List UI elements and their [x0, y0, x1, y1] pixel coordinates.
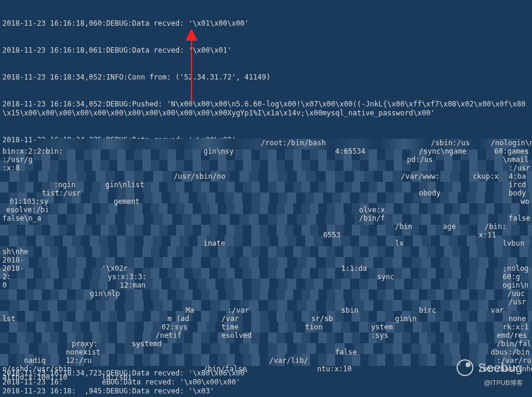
text-fragment: dbus:/bin: [491, 348, 530, 357]
text-fragment: systemd: [132, 340, 162, 349]
text-fragment: esolved: [221, 331, 252, 340]
text-fragment: :/usr: [509, 164, 530, 173]
text-fragment: ;nolog: [503, 264, 528, 273]
text-fragment: /bin: [395, 222, 412, 231]
bottom-log-lines: 2018-11-23 16: eBUG:Data recved: '\x00\x…: [2, 378, 240, 396]
text-fragment: gement: [114, 197, 139, 206]
text-fragment: nonexist: [66, 348, 101, 357]
text-fragment: 12:man: [120, 281, 145, 290]
text-fragment: false: [335, 348, 357, 357]
text-fragment: /uuc: [507, 289, 525, 298]
text-fragment: birc: [419, 306, 436, 315]
text-fragment: m (ad: [168, 314, 189, 323]
log-line: 2018-11-23 16:16:18,060:DEBUG:Data recve…: [2, 19, 530, 28]
text-fragment: ystem: [371, 323, 393, 332]
text-fragment: /sync\ngame: [419, 147, 466, 156]
text-fragment: ckup:x: [473, 172, 498, 181]
text-fragment: wo: [521, 197, 529, 206]
text-fragment: /usr/sbin/no: [174, 172, 226, 181]
text-fragment: obody: [419, 189, 440, 198]
text-fragment: /root:/bin/bash: [261, 139, 326, 148]
log-line: 2018-11-23 16:18:34,052:INFO:Conn from: …: [2, 73, 530, 82]
text-fragment: x:11: [479, 231, 496, 240]
text-fragment: /bin/f: [359, 214, 385, 223]
text-fragment: 60:g: [503, 273, 520, 282]
text-fragment: 2018-: [2, 256, 24, 265]
text-fragment: 2:: [2, 273, 11, 282]
log-line: 2018-11-23 16:16:18,061:DEBUG:Data recve…: [2, 46, 530, 55]
text-fragment: pd:/us: [407, 155, 433, 164]
text-fragment: 4:ba: [509, 172, 526, 181]
text-fragment: :/var: [227, 306, 249, 315]
log-line: 2018-11-23 16:18:34,499:DEBUG:Data recve…: [2, 261, 530, 270]
text-fragment: :ogin: [54, 181, 75, 190]
log-line: 2018-11-23 16:18:34,275:DEBUG:Data recve…: [2, 163, 530, 190]
text-fragment: 4:65534: [335, 147, 366, 156]
text-fragment: var: [491, 306, 504, 315]
text-fragment: proxy:: [72, 340, 98, 349]
text-fragment: n/sshd:/usr/sbin: [2, 365, 72, 374]
text-fragment: esolve:/bi: [6, 206, 49, 215]
text-fragment: 12:/ru: [66, 356, 92, 365]
text-fragment: :/usr/g: [2, 155, 33, 164]
text-fragment: ys:x:3:3:: [108, 273, 147, 282]
text-fragment: time: [221, 323, 239, 332]
text-fragment: gin\n: [395, 314, 417, 323]
text-fragment: 02:sys: [162, 323, 187, 332]
text-fragment: body: [509, 189, 526, 198]
text-fragment: ntu:x:10: [317, 365, 352, 374]
log-line: 2018-11-23 16:18: ,945:DEBUG:Data recved…: [2, 387, 240, 396]
text-fragment: gin\nlp: [90, 289, 120, 298]
text-fragment: none: [509, 314, 526, 323]
text-fragment: /bin/false: [203, 365, 247, 374]
log-line: 2018-11-23 16: eBUG:Data recved: '\x00\x…: [2, 378, 240, 387]
text-fragment: 6553: [323, 231, 341, 240]
text-fragment: :x:8: [2, 164, 20, 173]
text-fragment: olve:x: [359, 206, 390, 215]
text-fragment: /bin:: [485, 222, 506, 231]
text-fragment: bin:x:2:2:bin:: [2, 147, 63, 156]
text-fragment: false\n_a: [2, 214, 41, 223]
text-fragment: tion: [305, 323, 323, 332]
text-fragment: '\x02r: [102, 264, 127, 273]
text-fragment: /nologin\n: [491, 139, 532, 148]
text-fragment: sh\nhe: [2, 248, 28, 256]
text-fragment: /usr: [509, 298, 526, 307]
text-fragment: /bin/fal: [497, 340, 531, 349]
text-fragment: ircd: [509, 181, 526, 190]
text-fragment: age: [443, 222, 456, 231]
text-fragment: /var/lib/: [269, 356, 308, 365]
text-fragment: lvbun: [503, 239, 524, 248]
text-fragment: gin\nlist: [105, 181, 144, 190]
text-fragment: 01:103:sy: [10, 197, 48, 206]
text-fragment: rk:x:1: [503, 323, 528, 332]
text-fragment: ogin\n: [503, 281, 528, 290]
text-fragment: inate: [203, 239, 225, 248]
text-fragment: lx: [395, 239, 403, 248]
log-line: 2018-11-23 16:18:34,499:DEBUG:Data recve…: [2, 288, 530, 297]
text-fragment: sr/sb: [311, 314, 333, 323]
text-fragment: nadiq: [24, 356, 45, 365]
text-fragment: 1:1:da: [341, 264, 367, 273]
log-line: 2018-11-23 16:18:34,275:DEBUG:Pushed: '\…: [2, 207, 530, 216]
attribution-text: @ITPUB博客: [484, 378, 523, 387]
text-fragment: /sbin:/us: [431, 139, 470, 148]
log-line: 2018-11-23 16:18:34,723:DEBUG:Data recve…: [2, 369, 530, 378]
terminal-output: 2018-11-23 16:16:18,060:DEBUG:Data recve…: [0, 0, 532, 397]
log-line: 2018-11-23 16:18:34,052:DEBUG:Pushed: 'N…: [2, 100, 530, 118]
text-fragment: sync: [377, 273, 394, 282]
log-line: 2018-11-23 16:18:34,499:INFO:Query: [2, 315, 530, 324]
text-fragment: :sys: [371, 331, 388, 340]
text-fragment: emd/res: [497, 331, 527, 340]
text-fragment: gin\nsy: [203, 147, 234, 156]
watermark-brand: Seebug: [478, 364, 523, 372]
text-fragment: 2018-: [2, 264, 24, 273]
text-fragment: /var/www:: [401, 172, 440, 181]
seebug-logo-icon: [457, 359, 473, 376]
text-fragment: sbin: [341, 306, 358, 315]
text-fragment: \nmail: [503, 155, 528, 164]
text-fragment: /netif: [156, 331, 181, 340]
log-line: 2018-11-23 16:18:34,276:INFO:Last packet: [2, 234, 530, 243]
text-fragment: lst: [2, 314, 16, 323]
text-fragment: /var: [221, 314, 239, 323]
